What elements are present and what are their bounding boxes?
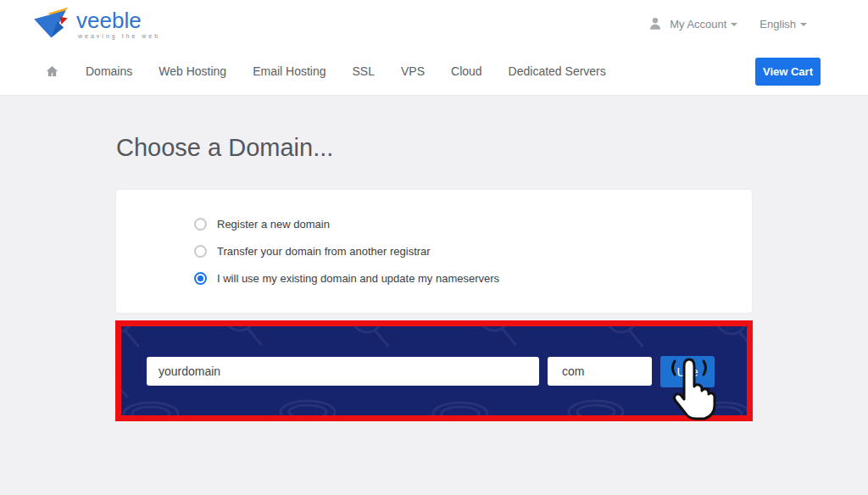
nav-item-cloud[interactable]: Cloud (451, 64, 482, 78)
nav-item-domains[interactable]: Domains (86, 64, 132, 78)
radio-unselected-icon[interactable] (194, 218, 207, 231)
veeble-logo[interactable]: veeble weaving the web (31, 3, 160, 42)
nav-item-dedicated-servers[interactable]: Dedicated Servers (509, 64, 606, 78)
language-menu[interactable]: English (760, 18, 807, 31)
header-account-area: My Account English (648, 0, 807, 47)
nav-item-email-hosting[interactable]: Email Hosting (253, 64, 326, 78)
my-account-label: My Account (670, 18, 726, 31)
nav-items: Domains Web Hosting Email Hosting SSL VP… (86, 64, 606, 78)
person-icon (648, 16, 663, 31)
nav-item-web-hosting[interactable]: Web Hosting (159, 64, 226, 78)
use-domain-button[interactable]: Use (660, 356, 715, 387)
option-use-existing-domain[interactable]: I will use my existing domain and update… (194, 272, 752, 285)
header: veeble weaving the web My Account Englis… (0, 0, 868, 96)
home-icon (45, 64, 59, 78)
my-account-menu[interactable]: My Account (670, 18, 737, 31)
nav-item-vps[interactable]: VPS (401, 64, 425, 78)
radio-unselected-icon[interactable] (194, 245, 207, 258)
page-title: Choose a Domain... (116, 134, 333, 162)
chevron-down-icon (800, 23, 807, 26)
view-cart-button[interactable]: View Cart (755, 58, 821, 86)
logo-wordmark: veeble (76, 10, 160, 31)
domain-search-banner: Use (115, 320, 753, 421)
main-nav: Domains Web Hosting Email Hosting SSL VP… (0, 47, 868, 95)
option-label: Register a new domain (217, 218, 330, 231)
veeble-logo-icon (31, 3, 80, 42)
logo-tagline: weaving the web (78, 33, 160, 39)
option-label: I will use my existing domain and update… (217, 272, 499, 285)
radio-selected-icon[interactable] (194, 272, 207, 285)
option-label: Transfer your domain from another regist… (217, 245, 431, 258)
header-top-row: veeble weaving the web My Account Englis… (0, 0, 868, 47)
option-register-new-domain[interactable]: Register a new domain (194, 218, 752, 231)
domain-name-input[interactable] (147, 357, 539, 386)
domain-options-card: Register a new domain Transfer your doma… (115, 189, 753, 314)
language-label: English (760, 18, 796, 31)
tld-input[interactable] (548, 357, 652, 386)
chevron-down-icon (731, 23, 737, 26)
nav-home-link[interactable] (45, 64, 59, 78)
page: veeble weaving the web My Account Englis… (0, 0, 868, 495)
option-transfer-domain[interactable]: Transfer your domain from another regist… (194, 245, 752, 258)
logo-text: veeble weaving the web (76, 10, 160, 39)
nav-item-ssl[interactable]: SSL (353, 64, 375, 78)
